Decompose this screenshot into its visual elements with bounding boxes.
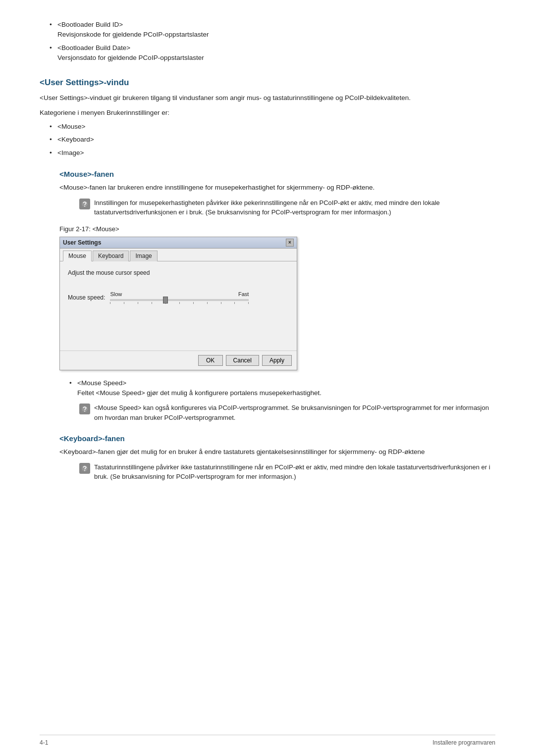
slider-track[interactable] [110,299,249,301]
keyboard-note-text: Tastaturinnstillingene påvirker ikke tas… [94,462,495,482]
dialog-content: Adjust the mouse cursor speed Mouse spee… [60,261,297,351]
svg-point-5 [84,470,85,471]
mouse-note-text: Innstillingen for musepekerhastigheten p… [94,198,495,217]
page-footer: 4-1 Installere programvaren [40,735,495,746]
tab-keyboard[interactable]: Keyboard [93,251,129,261]
tab-image[interactable]: Image [130,251,157,261]
dialog-content-text: Adjust the mouse cursor speed [68,269,289,276]
slider-ticks [110,302,249,304]
category-image: <Image> [50,148,495,158]
mouse-speed-control: Slow Fast [110,291,249,304]
speed-labels: Slow Fast [110,291,249,297]
categories-list: <Mouse> <Keyboard> <Image> [40,122,495,158]
category-mouse: <Mouse> [50,122,495,132]
mouse-description: <Mouse>-fanen lar brukeren endre innstil… [59,182,495,193]
categories-label: Kategoriene i menyen Brukerinnstillinger… [40,107,495,118]
speed-fast-label: Fast [238,291,249,297]
dialog-title: User Settings [63,239,101,246]
category-keyboard: <Keyboard> [50,135,495,145]
dialog-close-button[interactable]: × [286,239,294,247]
ok-button[interactable]: OK [198,355,223,366]
mouse-speed-row: Mouse speed: Slow Fast [68,291,289,304]
mouse-section-title: <Mouse>-fanen [40,170,495,178]
cancel-button[interactable]: Cancel [226,355,259,366]
mouse-speed-note-box: <Mouse Speed> kan også konfigureres via … [79,403,495,422]
dialog-titlebar: User Settings × [60,237,297,249]
mouse-note-box: Innstillingen for musepekerhastigheten p… [79,198,495,217]
bullet-bootloader-id: <Bootloader Build ID> Revisjonskode for … [50,20,495,40]
tab-mouse[interactable]: Mouse [63,251,92,261]
mouse-speed-note-icon [79,403,90,414]
bullet-bootloader-date: <Bootloader Build Date> Versjonsdato for… [50,43,495,63]
keyboard-description: <Keyboard>-fanen gjør det mulig for en b… [59,447,495,457]
mouse-speed-bullet: <Mouse Speed> Feltet <Mouse Speed> gjør … [69,378,495,399]
speed-slow-label: Slow [110,291,122,297]
footer-page-number: 4-1 [40,739,48,746]
mouse-note-icon [79,199,90,209]
figure-label: Figur 2-17: <Mouse> [59,225,495,233]
svg-point-1 [84,205,85,206]
apply-button[interactable]: Apply [262,355,292,366]
slider-thumb[interactable] [163,297,168,303]
user-settings-title: <User Settings>-vindu [40,78,495,88]
mouse-speed-label: Mouse speed: [68,294,105,301]
keyboard-section-title: <Keyboard>-fanen [40,434,495,443]
intro-bullet-list: <Bootloader Build ID> Revisjonskode for … [40,20,495,63]
footer-section-name: Installere programvaren [432,739,495,746]
keyboard-note-icon [79,463,90,474]
dialog-footer: OK Cancel Apply [60,351,297,370]
svg-point-3 [84,411,85,412]
mouse-speed-list: <Mouse Speed> Feltet <Mouse Speed> gjør … [59,378,495,399]
mouse-speed-note-text: <Mouse Speed> kan også konfigureres via … [94,403,495,422]
dialog-tabs: Mouse Keyboard Image [60,249,297,261]
keyboard-note-box: Tastaturinnstillingene påvirker ikke tas… [79,462,495,482]
user-settings-description: <User Settings>-vinduet gir brukeren til… [40,93,495,103]
user-settings-dialog: User Settings × Mouse Keyboard Image Adj… [59,237,297,370]
